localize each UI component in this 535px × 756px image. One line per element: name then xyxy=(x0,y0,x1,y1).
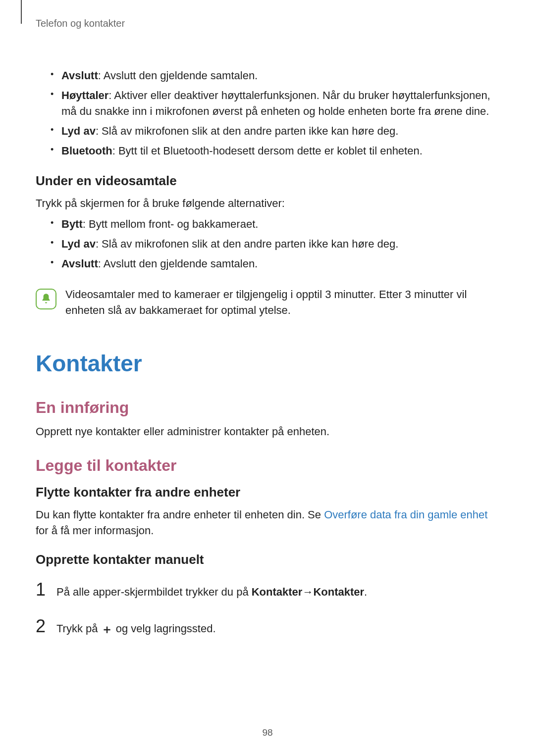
list-item-text: : Slå av mikrofonen slik at den andre pa… xyxy=(96,125,398,137)
list-item-bold: Lyd av xyxy=(61,238,96,250)
list-item-bold: Lyd av xyxy=(61,125,96,137)
list-item-bold: Bytt xyxy=(61,218,83,230)
list-item-bold: Avslutt xyxy=(61,257,98,270)
body-text: for å få mer informasjon. xyxy=(36,524,154,537)
list-item-bold: Bluetooth xyxy=(61,145,112,157)
list-item-text: : Bytt til et Bluetooth-hodesett dersom … xyxy=(112,145,423,157)
step-text-part: På alle apper-skjermbildet trykker du på xyxy=(56,586,252,598)
step-number: 2 xyxy=(36,612,48,641)
call-options-list: Avslutt: Avslutt den gjeldende samtalen.… xyxy=(51,68,499,158)
list-item: Bytt: Bytt mellom front- og bakkameraet. xyxy=(51,216,499,232)
step-text-part: og velg lagringssted. xyxy=(113,622,216,635)
list-item: Bluetooth: Bytt til et Bluetooth-hodeset… xyxy=(51,143,499,159)
plus-icon: ＋ xyxy=(101,620,113,639)
video-options-list: Bytt: Bytt mellom front- og bakkameraet.… xyxy=(51,216,499,272)
breadcrumb: Telefon og kontakter xyxy=(36,18,499,29)
intro-body: Opprett nye kontakter eller administrer … xyxy=(36,424,499,440)
note-text: Videosamtaler med to kameraer er tilgjen… xyxy=(65,287,499,318)
list-item-text: : Avslutt den gjeldende samtalen. xyxy=(98,257,258,270)
bell-icon xyxy=(36,289,56,309)
step-number: 1 xyxy=(36,575,48,604)
manual-create-heading: Opprette kontakter manuelt xyxy=(36,552,499,567)
page-content: Telefon og kontakter Avslutt: Avslutt de… xyxy=(0,0,535,641)
add-contacts-heading: Legge til kontakter xyxy=(36,456,499,475)
list-item: Avslutt: Avslutt den gjeldende samtalen. xyxy=(51,256,499,272)
step-bold: Kontakter xyxy=(313,586,364,598)
step-item: 1 På alle apper-skjermbildet trykker du … xyxy=(36,575,499,604)
intro-heading: En innføring xyxy=(36,399,499,417)
page-number: 98 xyxy=(0,727,535,738)
header-accent-line xyxy=(21,0,22,24)
step-text: Trykk på ＋ og velg lagringssted. xyxy=(56,620,216,639)
steps-list: 1 På alle apper-skjermbildet trykker du … xyxy=(36,575,499,640)
list-item-text: : Bytt mellom front- og bakkameraet. xyxy=(83,218,259,230)
note-callout: Videosamtaler med to kameraer er tilgjen… xyxy=(36,287,499,318)
step-item: 2 Trykk på ＋ og velg lagringssted. xyxy=(36,612,499,641)
step-text: På alle apper-skjermbildet trykker du på… xyxy=(56,583,367,601)
list-item: Avslutt: Avslutt den gjeldende samtalen. xyxy=(51,68,499,84)
step-text-part: . xyxy=(364,586,367,598)
list-item: Lyd av: Slå av mikrofonen slik at den an… xyxy=(51,123,499,139)
list-item-bold: Avslutt xyxy=(61,69,98,82)
step-bold: Kontakter xyxy=(252,586,303,598)
video-call-heading: Under en videosamtale xyxy=(36,173,499,189)
body-text: Du kan flytte kontakter fra andre enhete… xyxy=(36,508,324,521)
arrow-icon: → xyxy=(302,583,313,601)
video-call-intro: Trykk på skjermen for å bruke følgende a… xyxy=(36,196,499,211)
step-text-part: Trykk på xyxy=(56,622,101,635)
list-item-bold: Høyttaler xyxy=(61,89,108,101)
list-item-text: : Slå av mikrofonen slik at den andre pa… xyxy=(96,238,398,250)
cross-reference-link[interactable]: Overføre data fra din gamle enhet xyxy=(324,508,487,521)
list-item: Lyd av: Slå av mikrofonen slik at den an… xyxy=(51,236,499,252)
list-item-text: : Avslutt den gjeldende samtalen. xyxy=(98,69,258,82)
move-contacts-body: Du kan flytte kontakter fra andre enhete… xyxy=(36,507,499,539)
list-item-text: : Aktiver eller deaktiver høyttalerfunks… xyxy=(61,89,490,117)
page-title: Kontakter xyxy=(36,350,499,377)
move-contacts-heading: Flytte kontakter fra andre enheter xyxy=(36,485,499,500)
list-item: Høyttaler: Aktiver eller deaktiver høytt… xyxy=(51,88,499,119)
